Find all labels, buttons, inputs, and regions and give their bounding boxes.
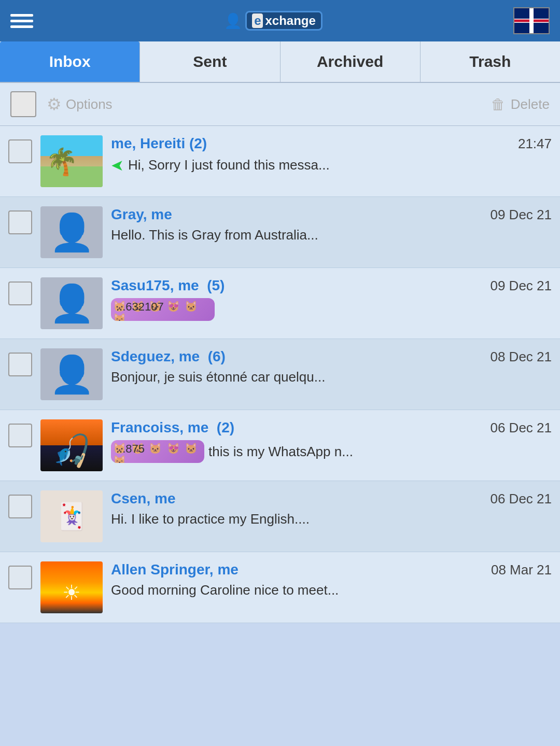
message-preview-text: this is my WhatsApp n... (208, 444, 353, 460)
message-time: 06 Dec 21 (490, 491, 552, 507)
message-time: 09 Dec 21 (490, 278, 552, 294)
message-checkbox[interactable] (8, 210, 32, 234)
message-header: me, Hereiti (2) 21:47 (111, 135, 552, 152)
sticker-image: ...875 (111, 440, 204, 463)
select-all-checkbox[interactable] (10, 91, 36, 117)
message-preview: Bonjour, je suis étonné car quelqu... (111, 369, 552, 385)
fisherman-avatar-image: 🎣 (40, 419, 103, 471)
message-preview: ➤ Hi, Sorry I just found this messa... (111, 156, 552, 174)
beach-avatar-image (40, 135, 103, 187)
message-preview: Hi. I like to practice my English.... (111, 511, 552, 527)
message-content: Csen, me 06 Dec 21 Hi. I like to practic… (111, 490, 552, 527)
message-checkbox[interactable] (8, 566, 32, 589)
message-checkbox[interactable] (8, 353, 32, 376)
delete-button[interactable]: 🗑 Delete (491, 96, 550, 113)
message-content: Sdeguez, me (6) 08 Dec 21 Bonjour, je su… (111, 348, 552, 385)
options-button[interactable]: ⚙ Options (47, 94, 113, 114)
message-time: 08 Mar 21 (491, 562, 552, 578)
list-item[interactable]: 👤 Sasu175, me (5) 09 Dec 21 ...632107 (0, 268, 560, 339)
tab-trash[interactable]: Trash (421, 41, 560, 82)
message-preview-text: Bonjour, je suis étonné car quelqu... (111, 369, 325, 385)
tab-archived[interactable]: Archived (281, 41, 421, 82)
avatar: 🃏 (40, 490, 103, 542)
message-preview: Hello. This is Gray from Australia... (111, 227, 552, 243)
message-content: me, Hereiti (2) 21:47 ➤ Hi, Sorry I just… (111, 135, 552, 174)
message-content: Sasu175, me (5) 09 Dec 21 ...632107 (111, 277, 552, 321)
list-item[interactable]: 👤 Gray, me 09 Dec 21 Hello. This is Gray… (0, 197, 560, 268)
message-preview: ...632107 (111, 298, 552, 321)
fisherman-icon: 🎣 (52, 432, 91, 469)
message-preview-text: Good morning Caroline nice to meet... (111, 582, 339, 598)
options-label: Options (66, 96, 113, 112)
avatar: 👤 (40, 206, 103, 258)
logo-e-letter: e (252, 13, 263, 28)
message-preview: ...875 this is my WhatsApp n... (111, 440, 552, 463)
avatar (40, 135, 103, 187)
message-checkbox[interactable] (8, 139, 32, 163)
tab-inbox[interactable]: Inbox (0, 41, 140, 82)
message-header: Gray, me 09 Dec 21 (111, 206, 552, 223)
message-checkbox[interactable] (8, 281, 32, 305)
sticker-text: ...875 (116, 442, 145, 455)
message-preview-text: Hi. I like to practice my English.... (111, 511, 310, 527)
person-placeholder-icon: 👤 (49, 211, 94, 254)
app-logo: 👤 e xchange (33, 11, 513, 31)
message-content: Gray, me 09 Dec 21 Hello. This is Gray f… (111, 206, 552, 243)
sticker-text: ...632107 (116, 300, 164, 313)
avatar: 👤 (40, 348, 103, 400)
message-time: 06 Dec 21 (490, 420, 552, 436)
uk-flag (514, 8, 549, 33)
message-sender: Sdeguez, me (6) (111, 348, 226, 365)
person-placeholder-icon: 👤 (49, 353, 94, 396)
sticker-image: ...632107 (111, 298, 215, 321)
message-time: 08 Dec 21 (490, 349, 552, 365)
person-placeholder-icon: 👤 (49, 282, 94, 325)
message-checkbox[interactable] (8, 495, 32, 518)
message-sender: Allen Springer, me (111, 561, 239, 578)
list-item[interactable]: 🎣 Francoiss, me (2) 06 Dec 21 ...875 thi… (0, 410, 560, 481)
message-sender: Francoiss, me (2) (111, 419, 234, 436)
message-sender: Csen, me (111, 490, 176, 507)
menu-button[interactable] (10, 14, 33, 28)
message-header: Csen, me 06 Dec 21 (111, 490, 552, 507)
message-content: Francoiss, me (2) 06 Dec 21 ...875 this … (111, 419, 552, 463)
delete-label: Delete (511, 96, 550, 112)
list-item[interactable]: me, Hereiti (2) 21:47 ➤ Hi, Sorry I just… (0, 126, 560, 197)
avatar: 👤 (40, 277, 103, 329)
gear-icon: ⚙ (47, 94, 62, 114)
message-sender: Gray, me (111, 206, 172, 223)
message-content: Allen Springer, me 08 Mar 21 Good mornin… (111, 561, 552, 598)
app-header: 👤 e xchange (0, 0, 560, 41)
tab-sent[interactable]: Sent (140, 41, 280, 82)
reply-icon: ➤ (111, 156, 124, 174)
message-preview-text: Hello. This is Gray from Australia... (111, 227, 318, 243)
logo-xchange-text: xchange (265, 13, 315, 28)
exchange-logo: e xchange (245, 11, 323, 31)
message-preview: Good morning Caroline nice to meet... (111, 582, 552, 598)
message-preview-text: Hi, Sorry I just found this messa... (128, 157, 330, 173)
message-list: me, Hereiti (2) 21:47 ➤ Hi, Sorry I just… (0, 126, 560, 623)
message-header: Allen Springer, me 08 Mar 21 (111, 561, 552, 578)
message-toolbar: ⚙ Options 🗑 Delete (0, 83, 560, 126)
avatar: 🎣 (40, 419, 103, 471)
message-header: Sdeguez, me (6) 08 Dec 21 (111, 348, 552, 365)
message-checkbox[interactable] (8, 424, 32, 447)
person-icon: 👤 (224, 12, 242, 30)
sunset-avatar-image (40, 561, 103, 613)
message-header: Sasu175, me (5) 09 Dec 21 (111, 277, 552, 294)
message-time: 21:47 (518, 136, 552, 152)
tab-bar: Inbox Sent Archived Trash (0, 41, 560, 83)
cards-avatar-image: 🃏 (40, 490, 103, 542)
list-item[interactable]: Allen Springer, me 08 Mar 21 Good mornin… (0, 552, 560, 623)
language-flag[interactable] (513, 7, 550, 34)
list-item[interactable]: 🃏 Csen, me 06 Dec 21 Hi. I like to pract… (0, 481, 560, 552)
message-sender: me, Hereiti (2) (111, 135, 207, 152)
message-sender: Sasu175, me (5) (111, 277, 225, 294)
trash-icon: 🗑 (491, 96, 506, 113)
message-time: 09 Dec 21 (490, 207, 552, 223)
avatar (40, 561, 103, 613)
list-item[interactable]: 👤 Sdeguez, me (6) 08 Dec 21 Bonjour, je … (0, 339, 560, 410)
message-header: Francoiss, me (2) 06 Dec 21 (111, 419, 552, 436)
